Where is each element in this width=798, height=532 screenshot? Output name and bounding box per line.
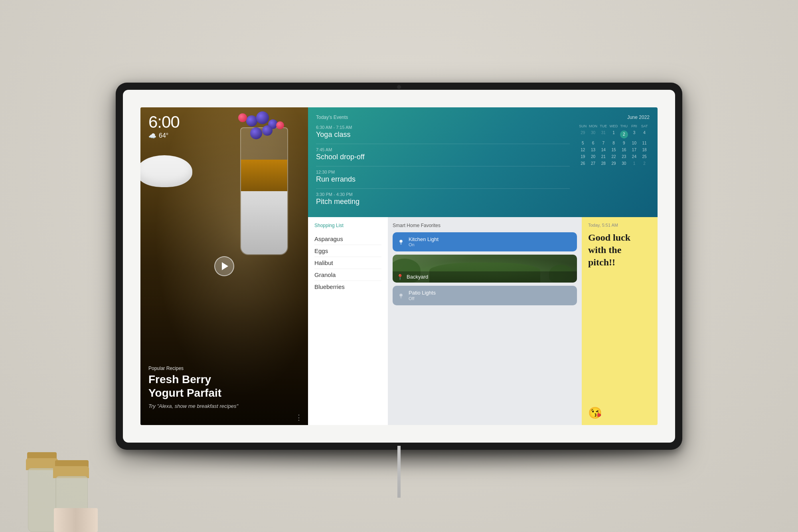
shopping-item[interactable]: Halibut — [314, 257, 381, 269]
cal-day[interactable]: 25 — [639, 154, 650, 160]
event-item[interactable]: 12:30 PM Run errands — [316, 170, 570, 184]
day-label-fri: FRI — [629, 124, 640, 128]
smarthome-title: Smart Home Favorites — [393, 223, 577, 228]
camera-dot — [397, 85, 401, 89]
cal-day[interactable]: 5 — [578, 140, 588, 146]
cal-day[interactable]: 19 — [578, 154, 588, 160]
event-item[interactable]: 6:30 AM - 7:15 AM Yoga class — [316, 125, 570, 139]
calendar-days-header: SUN MON TUE WED THU FRI SAT — [578, 124, 650, 128]
cal-day[interactable]: 15 — [608, 147, 619, 153]
cal-day[interactable]: 29 — [578, 130, 588, 139]
cal-day[interactable]: 11 — [639, 140, 650, 146]
more-options-button[interactable]: ⋮ — [295, 413, 303, 422]
jar-left — [24, 444, 60, 532]
shopping-item[interactable]: Granola — [314, 269, 381, 281]
svg-point-0 — [399, 240, 403, 243]
device-bezel: 6:00 ☁️ 64° Popular Recipes — [123, 90, 675, 443]
calendar-weeks: 29 30 31 1 2 3 4 5 — [578, 130, 650, 166]
calendar-week: 26 27 28 29 30 1 2 — [578, 160, 650, 166]
location-icon: 📍 — [397, 274, 403, 280]
shopping-item[interactable]: Blueberries — [314, 281, 381, 293]
backyard-name: Backyard — [407, 274, 428, 280]
cal-day[interactable]: 6 — [588, 140, 598, 146]
cal-day-today[interactable]: 2 — [619, 130, 629, 139]
cal-day[interactable]: 29 — [608, 160, 619, 166]
right-panel: Today's Events 6:30 AM - 7:15 AM Yoga cl… — [308, 107, 658, 425]
shopping-list-title: Shopping List — [314, 223, 381, 228]
screen: 6:00 ☁️ 64° Popular Recipes — [140, 107, 658, 425]
cal-day[interactable]: 27 — [588, 160, 598, 166]
jar-lid — [26, 458, 58, 470]
calendar-week: 12 13 14 15 16 17 18 — [578, 147, 650, 153]
cal-day[interactable]: 8 — [608, 140, 619, 146]
recipe-title: Fresh BerryYogurt Parfait — [148, 373, 300, 399]
day-label-mon: MON — [588, 124, 598, 128]
note-content: Good luckwith thepitch!! — [588, 231, 651, 402]
cal-day[interactable]: 1 — [608, 130, 619, 139]
event-name: School drop-off — [316, 153, 570, 161]
cal-day[interactable]: 10 — [629, 140, 640, 146]
events-section[interactable]: Today's Events 6:30 AM - 7:15 AM Yoga cl… — [308, 107, 658, 217]
play-button[interactable] — [214, 256, 234, 276]
kitchen-light-card[interactable]: Kitchen Light On — [393, 232, 577, 252]
event-item[interactable]: 7:45 AM School drop-off — [316, 147, 570, 161]
cal-day[interactable]: 20 — [588, 154, 598, 160]
recipe-hint: Try "Alexa, show me breakfast recipes" — [148, 403, 300, 409]
patio-lights-status: Off — [409, 296, 436, 301]
calendar-widget[interactable]: June 2022 SUN MON TUE WED THU FRI SAT — [578, 115, 650, 211]
recipe-category: Popular Recipes — [148, 366, 300, 371]
backyard-text: Backyard — [407, 274, 428, 280]
backyard-card[interactable]: 📍 Backyard — [393, 255, 577, 283]
cal-day[interactable]: 14 — [598, 147, 608, 153]
event-item[interactable]: 3:30 PM - 4:30 PM Pitch meeting — [316, 192, 570, 206]
calendar-month-title: June 2022 — [578, 115, 650, 120]
jar-body — [56, 476, 88, 532]
cal-day[interactable]: 16 — [619, 147, 629, 153]
event-time: 7:45 AM — [316, 147, 570, 152]
cal-day[interactable]: 13 — [588, 147, 598, 153]
events-list: Today's Events 6:30 AM - 7:15 AM Yoga cl… — [316, 115, 570, 211]
shopping-item[interactable]: Eggs — [314, 245, 381, 257]
cal-day[interactable]: 4 — [639, 130, 650, 139]
patio-lights-card[interactable]: Patio Lights Off — [393, 286, 577, 305]
cloth — [54, 508, 98, 532]
cal-day[interactable]: 17 — [629, 147, 640, 153]
event-divider — [316, 188, 570, 189]
weather-icon: ☁️ — [148, 132, 156, 140]
cal-day[interactable]: 2 — [639, 160, 650, 166]
cal-day[interactable]: 30 — [588, 130, 598, 139]
cal-day[interactable]: 7 — [598, 140, 608, 146]
sticky-note[interactable]: Today, 5:51 AM Good luckwith thepitch!! … — [582, 217, 658, 425]
cal-day[interactable]: 24 — [629, 154, 640, 160]
event-name: Yoga class — [316, 131, 570, 139]
shopping-list-panel[interactable]: Shopping List Asparagus Eggs Halibut Gra… — [308, 217, 388, 425]
cal-day[interactable]: 28 — [598, 160, 608, 166]
cal-day[interactable]: 26 — [578, 160, 588, 166]
jar-lid-top — [27, 452, 57, 460]
cal-day[interactable]: 12 — [578, 147, 588, 153]
cal-day[interactable]: 22 — [608, 154, 619, 160]
cal-day[interactable]: 30 — [619, 160, 629, 166]
jar-body — [28, 468, 56, 532]
kitchen-light-text: Kitchen Light On — [409, 236, 439, 248]
day-label-tue: TUE — [598, 124, 608, 128]
shopping-item[interactable]: Asparagus — [314, 233, 381, 245]
jar-lid-top — [55, 460, 89, 468]
calendar-week: 5 6 7 8 9 10 11 — [578, 140, 650, 146]
cal-day[interactable]: 1 — [629, 160, 640, 166]
event-time: 6:30 AM - 7:15 AM — [316, 125, 570, 130]
device-frame: 6:00 ☁️ 64° Popular Recipes — [116, 83, 682, 450]
cal-day[interactable]: 9 — [619, 140, 629, 146]
cal-day[interactable]: 3 — [629, 130, 640, 139]
note-timestamp: Today, 5:51 AM — [588, 223, 651, 227]
note-emoji: 😘 — [588, 406, 651, 419]
cal-day[interactable]: 31 — [598, 130, 608, 139]
cal-day[interactable]: 21 — [598, 154, 608, 160]
cal-day[interactable]: 23 — [619, 154, 629, 160]
recipe-panel[interactable]: 6:00 ☁️ 64° Popular Recipes — [140, 107, 308, 425]
jar-right — [54, 452, 98, 532]
backyard-label: 📍 Backyard — [393, 271, 577, 283]
recipe-text: Popular Recipes Fresh BerryYogurt Parfai… — [148, 366, 300, 409]
cal-day[interactable]: 18 — [639, 147, 650, 153]
patio-lights-text: Patio Lights Off — [409, 290, 436, 301]
